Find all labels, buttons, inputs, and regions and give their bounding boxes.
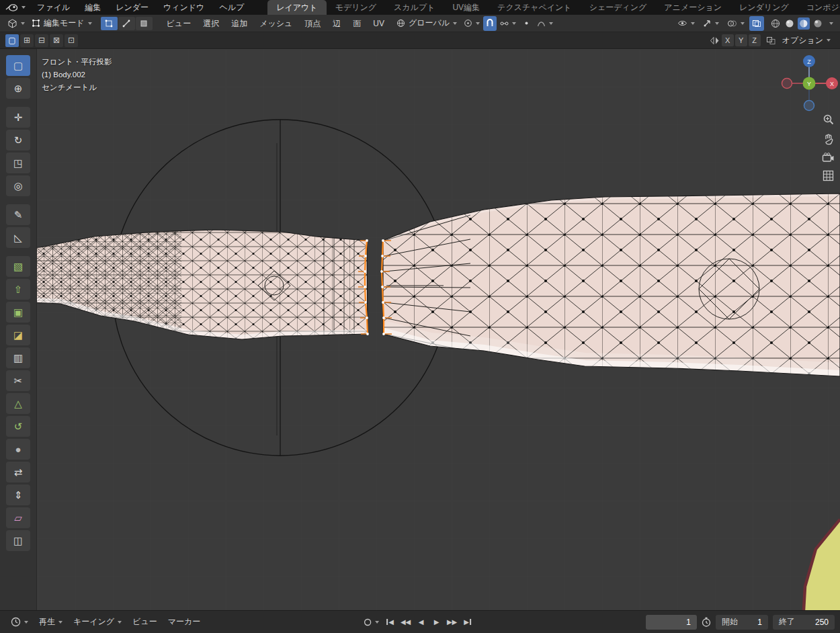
visibility-dropdown[interactable] — [674, 16, 698, 31]
cursor-tool[interactable]: ⊕ — [6, 78, 30, 99]
menu-item[interactable]: ファイル — [30, 0, 77, 15]
workspace-tabs: レイアウトモデリングスカルプトUV編集テクスチャペイントシェーディングアニメーシ… — [267, 0, 840, 15]
marker-menu[interactable]: マーカー — [163, 616, 206, 628]
menu-item[interactable]: レンダー — [108, 0, 156, 15]
mode-dropdown[interactable]: 編集モード — [28, 16, 95, 31]
select-invert-button[interactable]: ⊠ — [50, 34, 63, 47]
mirror-axis-button[interactable]: Y — [735, 34, 747, 46]
select-extend-button[interactable]: ⊞ — [20, 34, 34, 47]
inset-faces-tool[interactable]: ▣ — [6, 302, 30, 323]
menu-item[interactable]: UV — [367, 15, 390, 32]
falloff-dropdown[interactable] — [534, 16, 556, 31]
annotate-tool[interactable]: ✎ — [6, 204, 30, 225]
stopwatch-icon[interactable] — [702, 617, 711, 627]
proportional-editing-toggle[interactable] — [519, 16, 534, 31]
edge-slide-tool[interactable]: ⇄ — [6, 462, 30, 482]
menu-item[interactable]: ウィンドウ — [156, 0, 212, 15]
wireframe-shading-button[interactable] — [769, 17, 782, 30]
workspace-tab[interactable]: UV編集 — [444, 0, 489, 15]
chevron-down-icon — [741, 22, 745, 25]
previous-keyframe-button[interactable]: ◀◀ — [398, 615, 413, 630]
pivot-dropdown[interactable] — [460, 16, 483, 31]
frame-start-field[interactable]: 開始 1 — [716, 615, 768, 630]
edge-select-button[interactable] — [118, 17, 135, 30]
spin-tool[interactable]: ↺ — [6, 416, 30, 437]
view-menu[interactable]: ビュー — [127, 616, 163, 628]
select-new-button[interactable]: ▢ — [5, 34, 19, 47]
viewport-canvas[interactable]: ▢ ⊕ ✛ ↻ ◳ ◎ ✎ — [0, 49, 840, 610]
workspace-tab[interactable]: テクスチャペイント — [489, 0, 581, 15]
select-subtract-button[interactable]: ⊟ — [35, 34, 48, 47]
next-keyframe-button[interactable]: ▶▶ — [445, 615, 459, 630]
loop-cut-tool[interactable]: ▥ — [6, 347, 30, 368]
play-button[interactable]: ▶ — [429, 615, 444, 630]
blender-menu-button[interactable] — [0, 0, 30, 15]
menu-item[interactable]: 面 — [347, 15, 367, 32]
pan-hand-icon[interactable] — [823, 133, 835, 145]
play-reverse-button[interactable]: ◀ — [414, 615, 428, 630]
material-shading-button[interactable] — [798, 17, 810, 30]
menu-item[interactable]: 追加 — [225, 15, 253, 32]
editor-type-dropdown[interactable] — [4, 16, 28, 31]
vertex-select-button[interactable] — [101, 17, 118, 30]
workspace-tab[interactable]: モデリング — [327, 0, 385, 15]
move-tool[interactable]: ✛ — [6, 107, 30, 128]
transform-tool[interactable]: ◎ — [6, 175, 30, 196]
gizmos-dropdown[interactable] — [700, 16, 722, 31]
mirror-axis-button[interactable]: Z — [749, 34, 761, 46]
measure-tool[interactable]: ◺ — [6, 227, 30, 248]
jump-to-start-button[interactable]: ◀ — [383, 615, 397, 630]
smooth-tool[interactable]: ● — [6, 439, 30, 460]
workspace-tab[interactable]: レイアウト — [267, 0, 326, 15]
workspace-tab[interactable]: レンダリング — [730, 0, 798, 15]
tool-settings-right: XYZ オプション — [710, 34, 835, 46]
menu-item[interactable]: 頂点 — [298, 15, 327, 32]
menu-item[interactable]: ビュー — [161, 15, 198, 32]
rotate-tool[interactable]: ↻ — [6, 130, 30, 151]
orientation-dropdown[interactable]: グローバル — [393, 16, 460, 31]
workspace-tab[interactable]: コンポジティング — [798, 0, 840, 15]
jump-to-end-button[interactable]: ▶ — [460, 615, 474, 630]
zoom-icon[interactable] — [823, 114, 835, 126]
playback-menu[interactable]: 再生 — [34, 616, 68, 628]
current-frame-field[interactable]: 1 — [646, 615, 697, 630]
solid-shading-button[interactable] — [784, 17, 796, 30]
shading-mode-group — [769, 17, 833, 30]
workspace-tab[interactable]: アニメーション — [655, 0, 730, 15]
add-cube-tool[interactable]: ▧ — [6, 256, 30, 277]
options-dropdown[interactable]: オプション — [778, 35, 835, 46]
xray-toggle-button[interactable] — [749, 16, 764, 31]
rip-region-tool[interactable]: ◫ — [6, 530, 30, 551]
poly-build-tool[interactable]: △ — [6, 393, 30, 414]
snap-toggle-button[interactable] — [483, 16, 497, 31]
timeline-editor-dropdown[interactable] — [5, 617, 34, 627]
menu-item[interactable]: ヘルプ — [212, 0, 251, 15]
tool-icon: ◪ — [13, 329, 23, 341]
frame-end-field[interactable]: 終了 250 — [773, 615, 835, 630]
menu-item[interactable]: 選択 — [197, 15, 225, 32]
mirror-axis-button[interactable]: X — [722, 34, 734, 46]
overlays-dropdown[interactable] — [724, 16, 748, 31]
extrude-region-tool[interactable]: ⇧ — [6, 279, 30, 300]
snap-settings-dropdown[interactable] — [497, 16, 519, 31]
scale-tool[interactable]: ◳ — [6, 153, 30, 173]
menu-item[interactable]: メッシュ — [253, 15, 298, 32]
shrink-fatten-tool[interactable]: ⇕ — [6, 484, 30, 505]
select-intersect-button[interactable]: ⊡ — [65, 34, 78, 47]
bevel-tool[interactable]: ◪ — [6, 325, 30, 345]
menu-item[interactable]: 編集 — [77, 0, 108, 15]
rendered-shading-button[interactable] — [812, 17, 824, 30]
select-box-tool[interactable]: ▢ — [6, 55, 30, 76]
navigation-gizmo[interactable]: Z X Y — [778, 52, 840, 114]
auto-keying-dropdown[interactable] — [361, 618, 382, 626]
knife-tool[interactable]: ✂ — [6, 370, 30, 391]
face-select-button[interactable] — [136, 17, 153, 30]
workspace-tab[interactable]: シェーディング — [581, 0, 656, 15]
camera-view-icon[interactable] — [822, 153, 835, 163]
shear-tool[interactable]: ▱ — [6, 507, 30, 528]
toolbar: ▢ ⊕ ✛ ↻ ◳ ◎ ✎ — [0, 49, 37, 610]
workspace-tab[interactable]: スカルプト — [385, 0, 444, 15]
menu-item[interactable]: 辺 — [327, 15, 347, 32]
keying-menu[interactable]: キーイング — [68, 616, 127, 628]
grid-toggle-icon[interactable] — [823, 170, 834, 181]
